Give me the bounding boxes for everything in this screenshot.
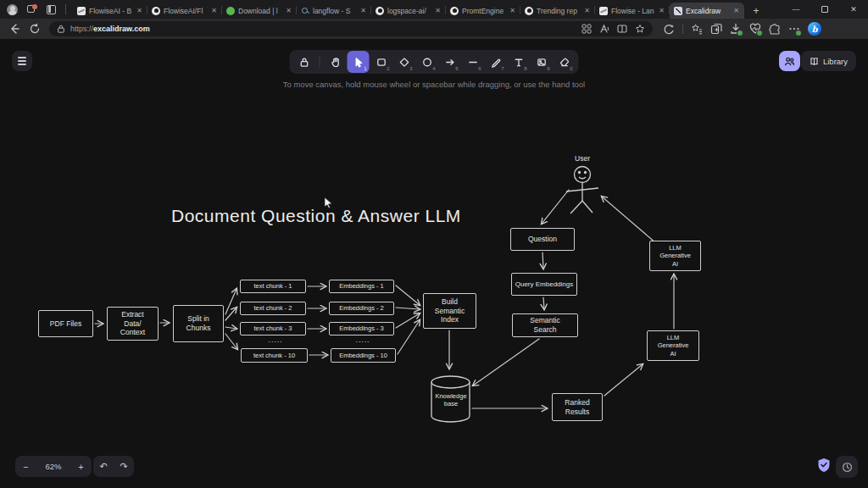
node-text-chunk-1[interactable]: text chunk - 1 [240, 280, 306, 293]
profile-avatar[interactable] [7, 4, 18, 15]
text-chunk-ellipsis[interactable]: ..... [259, 335, 292, 345]
node-build-semantic-index[interactable]: Build Semantic Index [423, 293, 476, 329]
tab-trending[interactable]: Trending rep ✕ [520, 3, 595, 19]
node-llm-generative-ai-bottom[interactable]: LLM Generative AI [647, 330, 699, 361]
browser-tab-bar: FlowiseAI - B ✕ FlowiseAI/Fl ✕ Download … [0, 0, 868, 19]
tab-close-icon[interactable]: ✕ [359, 7, 367, 14]
text-tool-button[interactable]: 8 [508, 51, 530, 73]
lock-icon[interactable] [57, 25, 65, 33]
url-bar[interactable]: https://excalidraw.com [49, 21, 653, 36]
divider [682, 24, 683, 34]
redo-button[interactable]: ↷ [114, 456, 134, 477]
tab-close-icon[interactable]: ✕ [732, 7, 740, 14]
tab-close-icon[interactable]: ✕ [210, 7, 218, 14]
apps-grid-icon[interactable] [581, 24, 592, 34]
zoom-out-button[interactable]: − [15, 456, 36, 477]
url-text[interactable]: https://excalidraw.com [70, 25, 576, 33]
copilot-icon[interactable]: b [808, 22, 821, 36]
diamond-tool-button[interactable]: 3 [393, 51, 415, 73]
diagram-title[interactable]: Document Question & Answer LLM [171, 206, 461, 226]
node-split-in-chunks[interactable]: Split in Chunks [173, 305, 224, 342]
extensions-icon[interactable] [769, 23, 781, 35]
node-text-chunk-2[interactable]: text chunk - 2 [240, 302, 306, 315]
window-maximize-button[interactable] [810, 0, 839, 19]
collections-icon[interactable] [710, 23, 722, 35]
window-minimize-button[interactable]: — [782, 0, 810, 19]
node-pdf-files[interactable]: PDF Files [38, 310, 93, 337]
tab-close-icon[interactable]: ✕ [136, 7, 143, 14]
tab-close-icon[interactable]: ✕ [434, 7, 442, 14]
node-text-chunk-10[interactable]: text chunk - 10 [241, 348, 308, 363]
image-tool-button[interactable]: 9 [531, 51, 553, 73]
encryption-shield-icon [817, 458, 831, 473]
node-query-embeddings[interactable]: Query Embeddings [511, 273, 577, 296]
node-favicon [226, 7, 235, 15]
canvas-hint-text: To move canvas, hold mouse wheel or spac… [0, 80, 868, 89]
github-favicon [525, 7, 533, 15]
favorites-bar-icon[interactable] [691, 23, 703, 35]
refresh-icon[interactable] [29, 23, 41, 35]
node-llm-generative-ai-top[interactable]: LLM Generative AI [649, 241, 701, 271]
tab-flowiseai-repo[interactable]: FlowiseAI/Fl ✕ [147, 3, 222, 19]
excalidraw-canvas[interactable] [0, 39, 868, 488]
node-text-chunk-3[interactable]: text chunk - 3 [240, 322, 306, 336]
tab-download[interactable]: Download | l ✕ [222, 3, 297, 19]
zoom-level[interactable]: 62% [36, 462, 70, 471]
tab-close-icon[interactable]: ✕ [285, 7, 292, 14]
line-tool-button[interactable]: 6 [462, 51, 484, 73]
node-ranked-results[interactable]: Ranked Results [552, 393, 603, 421]
library-button[interactable]: Library [801, 51, 856, 71]
eraser-tool-button[interactable]: 0 [554, 51, 576, 73]
tab-logspace[interactable]: logspace-ai/ ✕ [371, 3, 446, 19]
tab-close-icon[interactable]: ✕ [658, 7, 665, 14]
read-aloud-icon[interactable] [599, 24, 609, 34]
workspaces-icon[interactable] [26, 4, 37, 15]
hamburger-menu-button[interactable] [12, 51, 32, 71]
draw-tool-button[interactable]: 7 [485, 51, 507, 73]
ellipse-tool-button[interactable]: 4 [416, 51, 438, 73]
browser-essentials-icon[interactable] [749, 23, 761, 35]
back-icon[interactable] [8, 23, 20, 35]
node-question[interactable]: Question [510, 228, 575, 251]
rewards-icon[interactable] [663, 23, 675, 35]
settings-more-icon[interactable] [788, 23, 800, 35]
arrow-tool-button[interactable]: 5 [439, 51, 461, 73]
lock-tool-button[interactable] [293, 51, 315, 73]
github-favicon [152, 7, 160, 15]
live-collaboration-button[interactable] [779, 51, 800, 71]
tab-flowise-lan[interactable]: Flowise - Lan ✕ [595, 3, 670, 19]
window-close-button[interactable]: ✕ [839, 0, 868, 19]
tab-excalidraw[interactable]: Excalidraw ✕ [670, 3, 744, 19]
downloads-icon[interactable] [730, 23, 742, 35]
search-favicon [301, 7, 309, 15]
tab-flowiseai[interactable]: FlowiseAI - B ✕ [73, 3, 147, 19]
node-embeddings-10[interactable]: Embeddings - 10 [331, 348, 396, 363]
embeddings-ellipsis[interactable]: ..... [346, 335, 380, 345]
help-button[interactable] [836, 456, 858, 478]
rectangle-tool-button[interactable]: 2 [370, 51, 392, 73]
tab-actions-icon[interactable] [46, 4, 57, 15]
zoom-in-button[interactable]: + [70, 456, 92, 477]
maximize-icon [821, 6, 828, 13]
node-extract-data-context[interactable]: Extract Data/ Context [107, 307, 159, 341]
favorite-star-icon[interactable] [635, 24, 645, 34]
node-embeddings-3[interactable]: Embeddings - 3 [329, 322, 394, 336]
tab-langflow[interactable]: langflow - S ✕ [297, 3, 371, 19]
new-tab-button[interactable]: + [748, 3, 765, 19]
tab-close-icon[interactable]: ✕ [583, 7, 591, 14]
node-knowledge-base-label[interactable]: Knowledge base [432, 388, 470, 412]
github-favicon [376, 7, 384, 15]
history-controls: ↶ ↷ [93, 456, 134, 477]
node-user-label[interactable]: User [566, 153, 598, 164]
undo-button[interactable]: ↶ [93, 456, 114, 477]
book-icon [810, 57, 819, 66]
node-semantic-search[interactable]: Semantic Search [512, 313, 578, 337]
tab-promtengine[interactable]: PromtEngine ✕ [446, 3, 520, 19]
node-embeddings-2[interactable]: Embeddings - 2 [329, 302, 394, 315]
split-screen-icon[interactable] [617, 24, 627, 34]
hand-tool-button[interactable] [325, 51, 347, 73]
node-embeddings-1[interactable]: Embeddings - 1 [329, 280, 394, 293]
selection-tool-button[interactable]: 1 [348, 51, 370, 73]
github-favicon [450, 7, 459, 15]
tab-close-icon[interactable]: ✕ [509, 7, 516, 14]
